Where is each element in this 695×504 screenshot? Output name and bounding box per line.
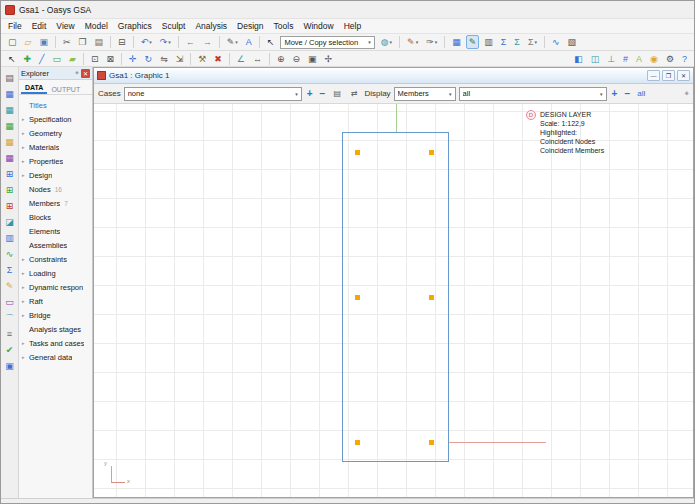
sum-combination-button[interactable]: Σ▾ — [525, 35, 540, 49]
titles-view-button[interactable]: ▦ — [3, 87, 17, 101]
expand-arrow-icon[interactable]: ▸ — [22, 130, 29, 136]
general-data-view-button[interactable]: ▣ — [3, 359, 17, 373]
expand-arrow-icon[interactable]: ▸ — [22, 312, 29, 318]
back-button[interactable]: ← — [183, 35, 198, 49]
tree-item-specification[interactable]: ▸Specification — [19, 112, 92, 126]
node-marker[interactable] — [355, 150, 360, 155]
open-file-button[interactable]: ▱ — [22, 35, 35, 49]
delete-button[interactable]: ✖ — [211, 52, 225, 66]
tree-item-analysis-stages[interactable]: Analysis stages — [19, 322, 92, 336]
scale-button[interactable]: ⇲ — [173, 52, 187, 66]
minimize-button[interactable]: — — [647, 70, 660, 81]
sculpt-cursor-button[interactable]: ↖ — [5, 52, 19, 66]
measure-button[interactable]: ∠ — [234, 52, 248, 66]
edit-button[interactable]: ✎▾ — [224, 35, 241, 49]
tree-item-dynamic-respon[interactable]: ▸Dynamic respon — [19, 280, 92, 294]
selection-remove-button[interactable]: − — [622, 87, 632, 101]
tree-item-general-data[interactable]: ▸General data — [19, 350, 92, 364]
chart-view-button[interactable]: ∿ — [549, 35, 563, 49]
tree-item-members[interactable]: Members7 — [19, 196, 92, 210]
analysis-view-button[interactable]: Σ — [3, 263, 17, 277]
highlight-button[interactable]: ◉ — [647, 52, 661, 66]
menu-item-help[interactable]: Help — [339, 20, 366, 32]
modify-properties-button[interactable]: ⚒ — [195, 52, 209, 66]
cases-remove-button[interactable]: − — [318, 87, 328, 101]
new-output-button[interactable]: ▥ — [481, 35, 496, 49]
add-area-button[interactable]: ▰ — [66, 52, 79, 66]
add-member-button[interactable]: ▭ — [50, 52, 65, 66]
shade-surfaces-button[interactable]: ◧ — [571, 52, 586, 66]
tree-item-assemblies[interactable]: Assemblies — [19, 238, 92, 252]
menu-item-graphics[interactable]: Graphics — [113, 20, 157, 32]
design-view-button[interactable]: ✎ — [3, 279, 17, 293]
label-button[interactable]: A — [243, 35, 255, 49]
output-view-button[interactable]: ▥ — [3, 231, 17, 245]
zoom-extents-button[interactable]: ▣ — [305, 52, 320, 66]
select-elements-button[interactable]: ⊠ — [104, 52, 118, 66]
new-graphic-button[interactable]: ✎ — [466, 35, 480, 49]
add-node-button[interactable]: ✚ — [21, 52, 35, 66]
selection-mode-combo[interactable]: Move / Copy selection▾ — [280, 36, 374, 49]
graphics-canvas[interactable]: D DESIGN LAYER Scale: 1:122,9 Highlighte… — [94, 104, 693, 497]
menu-item-sculpt[interactable]: Sculpt — [157, 20, 191, 32]
add-element-button[interactable]: ╱ — [36, 52, 47, 66]
expand-arrow-icon[interactable]: ▸ — [22, 256, 29, 262]
cases-add-button[interactable]: + — [305, 87, 315, 101]
tree-item-tasks-and-cases[interactable]: ▸Tasks and cases — [19, 336, 92, 350]
loading-view-button[interactable]: ⊞ — [3, 199, 17, 213]
sum-static-button[interactable]: Σ — [498, 35, 510, 49]
case-swap-button[interactable]: ⇄ — [347, 87, 361, 101]
grid-display-button[interactable]: # — [620, 52, 631, 66]
report-view-button[interactable]: ▧ — [565, 35, 580, 49]
cases-select[interactable]: none ▾ — [124, 87, 302, 101]
tree-item-titles[interactable]: Titles — [19, 98, 92, 112]
expand-arrow-icon[interactable]: ▸ — [22, 270, 29, 276]
bridge-view-button[interactable]: ⌒ — [3, 311, 17, 325]
forward-button[interactable]: → — [200, 35, 215, 49]
tree-item-design[interactable]: ▸Design — [19, 168, 92, 182]
geometry-view-button[interactable]: ▦ — [3, 119, 17, 133]
maximize-button[interactable]: ❐ — [662, 70, 675, 81]
pin-icon[interactable]: ⌖ — [684, 89, 689, 99]
rotate-button[interactable]: ↻ — [142, 52, 156, 66]
node-marker[interactable] — [355, 440, 360, 445]
node-marker[interactable] — [429, 440, 434, 445]
entity-filter-select[interactable]: all ▾ — [459, 87, 607, 101]
chart-view-button[interactable]: ∿ — [3, 247, 17, 261]
node-marker[interactable] — [429, 150, 434, 155]
globe-button[interactable]: ◍▾ — [378, 35, 395, 49]
tab-output[interactable]: OUTPUT — [47, 84, 84, 94]
case-list-button[interactable]: ▤ — [330, 87, 344, 101]
zoom-in-button[interactable]: ⊕ — [274, 52, 288, 66]
menu-item-window[interactable]: Window — [298, 20, 338, 32]
help-tool-button[interactable]: ? — [679, 52, 690, 66]
selection-add-button[interactable]: + — [610, 87, 620, 101]
expand-arrow-icon[interactable]: ▸ — [22, 298, 29, 304]
undo-button[interactable]: ↶▾ — [138, 35, 155, 49]
tasks-view-button[interactable]: ✔ — [3, 343, 17, 357]
tree-item-materials[interactable]: ▸Materials — [19, 140, 92, 154]
expand-arrow-icon[interactable]: ▸ — [22, 284, 29, 290]
expand-arrow-icon[interactable]: ▸ — [22, 340, 29, 346]
new-file-button[interactable]: ▢ — [5, 35, 20, 49]
tree-item-constraints[interactable]: ▸Constraints — [19, 252, 92, 266]
labels-display-button[interactable]: A — [633, 52, 645, 66]
zoom-out-button[interactable]: ⊖ — [289, 52, 303, 66]
tree-item-raft[interactable]: ▸Raft — [19, 294, 92, 308]
format-paint-button[interactable]: ✑▾ — [423, 35, 440, 49]
stages-view-button[interactable]: ≡ — [3, 327, 17, 341]
pin-icon[interactable]: ⌖ — [75, 69, 79, 77]
save-file-button[interactable]: ▣ — [36, 35, 51, 49]
close-button[interactable]: ✕ — [677, 70, 690, 81]
elements-view-button[interactable]: ⊞ — [3, 183, 17, 197]
select-nodes-button[interactable]: ⊡ — [88, 52, 102, 66]
menu-item-analysis[interactable]: Analysis — [190, 20, 232, 32]
nodes-view-button[interactable]: ⊞ — [3, 167, 17, 181]
tree-item-bridge[interactable]: ▸Bridge — [19, 308, 92, 322]
spec-view-button[interactable]: ▦ — [3, 103, 17, 117]
tree-item-loading[interactable]: ▸Loading — [19, 266, 92, 280]
move-button[interactable]: ✛ — [126, 52, 140, 66]
menu-item-file[interactable]: File — [3, 20, 27, 32]
graphic-settings-button[interactable]: ⚙ — [663, 52, 677, 66]
tree-item-elements[interactable]: Elements — [19, 224, 92, 238]
